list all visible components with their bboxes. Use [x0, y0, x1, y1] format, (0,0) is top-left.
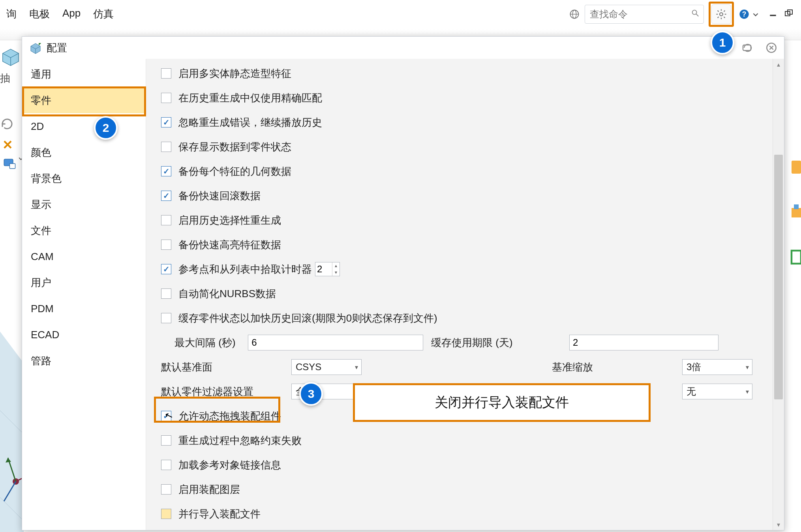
svg-line-10 [718, 10, 719, 11]
default-plane-select[interactable]: CSYS▾ [291, 359, 362, 375]
datum-scale-select[interactable]: 3倍▾ [682, 359, 752, 375]
config-content: 启用多实体静态造型特征 在历史重生成中仅使用精确匹配 忽略重生成错误，继续播放历… [146, 59, 784, 530]
option-label: 启用多实体静态造型特征 [178, 67, 291, 81]
refresh-icon[interactable] [0, 117, 14, 131]
form-label: 默认零件过滤器设置 [161, 385, 291, 399]
menu-item[interactable]: 电极 [23, 3, 56, 25]
option-label: 备份快速高亮特征数据 [178, 238, 281, 252]
nav-item-display[interactable]: 显示 [22, 191, 146, 217]
tree-icon[interactable] [2, 156, 24, 172]
checkbox[interactable] [161, 313, 171, 323]
interval-input[interactable] [248, 335, 423, 350]
chevron-down-icon[interactable] [753, 9, 758, 20]
checkbox[interactable] [161, 93, 171, 103]
checkbox[interactable] [161, 435, 171, 446]
svg-rect-22 [9, 163, 15, 169]
menu-item[interactable]: 仿真 [87, 3, 120, 25]
config-icon [29, 41, 42, 54]
component-update-select[interactable]: 无▾ [682, 384, 752, 399]
nav-item-general[interactable]: 通用 [22, 61, 146, 87]
command-search[interactable] [585, 5, 704, 24]
form-label: 缓存使用期限 (天) [431, 336, 569, 350]
nav-item-file[interactable]: 文件 [22, 217, 146, 244]
spinner-input[interactable] [315, 262, 332, 276]
checkbox[interactable] [161, 191, 171, 201]
spinner[interactable]: ▴▾ [315, 262, 340, 276]
checkbox[interactable] [161, 117, 171, 127]
checkbox[interactable] [161, 68, 171, 79]
svg-rect-34 [794, 204, 799, 209]
spin-up-icon[interactable]: ▴ [332, 262, 340, 269]
nav-item-user[interactable]: 用户 [22, 270, 146, 296]
svg-line-12 [724, 10, 725, 11]
option-label: 重生成过程中忽略约束失败 [178, 434, 302, 448]
menu-item[interactable]: App [56, 3, 87, 25]
callout-1-box [709, 2, 734, 27]
globe-icon[interactable] [569, 9, 580, 20]
checkbox[interactable] [161, 240, 171, 250]
option-label: 在历史重生成中仅使用精确匹配 [178, 91, 322, 105]
nav-item-ecad[interactable]: ECAD [22, 322, 146, 348]
top-menu-bar: 询 电极 App 仿真 ? [0, 3, 801, 25]
vertical-scrollbar[interactable]: ▴ ▾ [773, 59, 784, 530]
search-icon[interactable] [691, 9, 700, 20]
checkbox[interactable] [161, 288, 171, 299]
dock-item-3-icon[interactable] [789, 246, 801, 267]
minimize-icon[interactable] [769, 9, 777, 20]
checkbox[interactable] [161, 166, 171, 176]
scroll-up-icon[interactable]: ▴ [773, 59, 784, 70]
form-label: 基准缩放 [552, 360, 682, 374]
option-label: 加载参考对象链接信息 [178, 458, 281, 472]
nav-item-2d[interactable]: 2D [22, 113, 146, 139]
nav-item-part[interactable]: 零件 [22, 87, 146, 113]
x-icon[interactable]: ✕ [2, 137, 24, 152]
cache-days-input[interactable] [569, 335, 718, 350]
restore-icon[interactable] [784, 9, 794, 20]
3d-object-icon[interactable] [0, 45, 21, 67]
scroll-track[interactable] [773, 70, 784, 519]
nav-item-pdm[interactable]: PDM [22, 296, 146, 322]
checkbox[interactable] [161, 484, 171, 495]
nav-item-color[interactable]: 颜色 [22, 139, 146, 165]
form-label: 默认基准面 [161, 360, 291, 374]
dock-item-1-icon[interactable] [789, 156, 801, 177]
scroll-thumb[interactable] [774, 155, 783, 399]
reset-button[interactable] [742, 42, 754, 53]
nav-item-cam[interactable]: CAM [22, 244, 146, 270]
callout-3-label: 关闭并行导入装配文件 [353, 383, 651, 422]
svg-line-25 [0, 497, 24, 521]
chevron-down-icon: ▾ [746, 363, 749, 371]
checkbox[interactable] [161, 142, 171, 152]
svg-point-5 [720, 13, 723, 16]
dialog-titlebar: 配置 [22, 37, 784, 59]
svg-line-13 [718, 17, 719, 18]
help-icon[interactable]: ? [739, 9, 750, 20]
option-label: 备份快速回滚数据 [178, 189, 261, 203]
left-toolbar-fragment: 抽 ✕ [0, 45, 24, 172]
option-label: 允许动态拖拽装配组件 [178, 409, 281, 423]
close-button[interactable] [766, 42, 777, 53]
svg-marker-23 [0, 332, 24, 532]
option-label: 缓存零件状态以加快历史回滚(期限为0则状态保存到文件) [178, 311, 437, 325]
checkbox[interactable] [161, 264, 171, 274]
settings-button[interactable] [711, 4, 731, 24]
checkbox[interactable] [161, 215, 171, 225]
svg-line-4 [696, 14, 699, 16]
command-search-input[interactable] [589, 8, 691, 20]
nav-item-pipe[interactable]: 管路 [22, 348, 146, 374]
svg-text:?: ? [742, 10, 747, 18]
viewport-model-fragment [0, 332, 24, 532]
svg-rect-35 [792, 251, 801, 264]
nav-item-bgcolor[interactable]: 背景色 [22, 165, 146, 191]
spin-down-icon[interactable]: ▾ [332, 269, 340, 276]
form-label: 最大间隔 (秒) [174, 336, 248, 350]
checkbox-parallel-import[interactable] [161, 509, 171, 519]
option-label: 启用历史选择性重生成 [178, 214, 281, 227]
dock-item-2-icon[interactable] [789, 201, 801, 222]
checkbox[interactable] [161, 460, 171, 470]
config-nav: 通用 零件 2D 颜色 背景色 显示 文件 CAM 用户 PDM ECAD 管路 [22, 59, 146, 530]
scroll-down-icon[interactable]: ▾ [773, 519, 784, 530]
right-dock [789, 156, 801, 291]
option-label: 忽略重生成错误，继续播放历史 [178, 116, 322, 129]
menu-item[interactable]: 询 [0, 3, 23, 25]
